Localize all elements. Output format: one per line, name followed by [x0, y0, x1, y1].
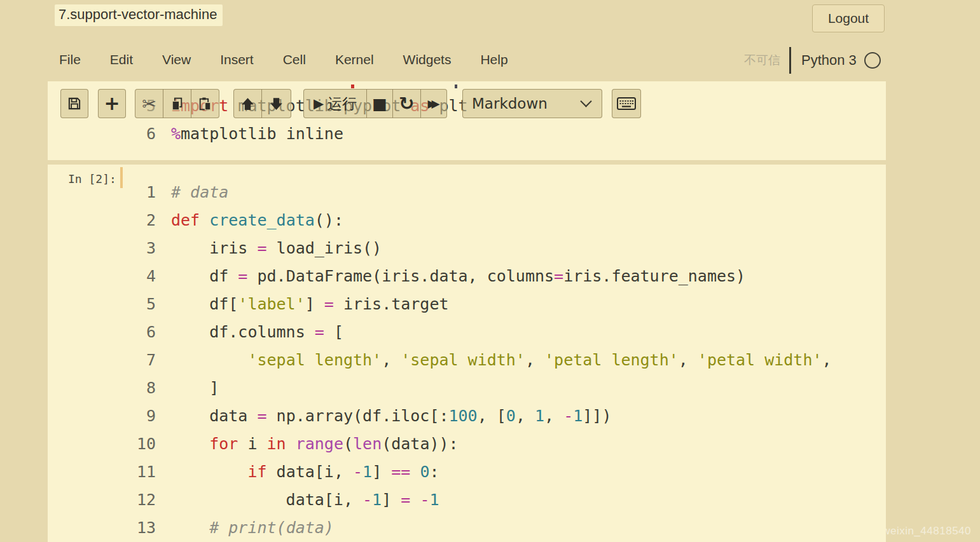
code-line: 7 'sepal length', 'sepal width', 'petal … [48, 346, 886, 374]
code-text: df.columns = [ [171, 318, 343, 346]
stop-icon: ■ [372, 96, 387, 112]
line-number: 11 [48, 458, 156, 486]
line-number: 2 [48, 207, 156, 234]
line-number: 8 [48, 374, 156, 402]
clipboard-icon [197, 96, 213, 112]
fast-forward-icon: ▶▶ [427, 98, 439, 109]
code-text: ] [171, 374, 219, 402]
kernel-indicator-area: 不可信 Python 3 [744, 46, 881, 75]
code-text: for i in range(len(data)): [171, 430, 459, 458]
code-line: 9 data = np.array(df.iloc[:100, [0, 1, -… [48, 402, 886, 430]
menu-item-edit[interactable]: Edit [110, 52, 133, 67]
code-text: 'sepal length', 'sepal width', 'petal le… [171, 346, 832, 374]
notebook-title[interactable]: 7.support-vector-machine [55, 4, 223, 26]
clipped-text-fragment [455, 85, 457, 88]
menu-bar: FileEditViewInsertCellKernelWidgetsHelp [59, 52, 508, 67]
run-label: 运行 [328, 97, 357, 111]
menu-item-widgets[interactable]: Widgets [403, 52, 452, 67]
code-cell-active[interactable]: In [2]: 1# data2def create_data():3 iris… [48, 165, 886, 542]
code-line: 12 data[i, -1] = -1 [48, 486, 886, 514]
keyboard-icon [616, 95, 637, 112]
move-cell-down-button[interactable] [261, 89, 291, 118]
code-line: 4 df = pd.DataFrame(iris.data, columns=i… [48, 262, 886, 290]
insert-cell-below-button[interactable]: + [98, 89, 126, 118]
save-button[interactable] [60, 89, 88, 118]
cut-cell-button[interactable]: ✂ [135, 89, 163, 118]
line-number: 13 [48, 514, 156, 542]
line-number: 1 [48, 179, 156, 207]
notebook-toolbar: + ✂ [0, 89, 980, 118]
kernel-name-label: Python 3 [801, 52, 857, 69]
cell-type-selected-value: Markdown [472, 95, 548, 112]
line-number: 5 [48, 290, 156, 318]
run-cell-button[interactable]: ▶ 运行 [303, 89, 367, 118]
code-line: 11 if data[i, -1] == 0: [48, 458, 886, 486]
restart-run-all-button[interactable]: ▶▶ [420, 89, 447, 118]
code-line: 8 ] [48, 374, 886, 402]
jupyter-notebook-window: 7.support-vector-machine Logout FileEdit… [0, 0, 980, 542]
code-text: # print(data) [171, 514, 334, 542]
menu-item-help[interactable]: Help [480, 52, 507, 67]
restart-icon: ↻ [399, 95, 414, 113]
menu-item-insert[interactable]: Insert [220, 52, 254, 67]
code-line: 10 for i in range(len(data)): [48, 430, 886, 458]
command-palette-button[interactable] [612, 89, 641, 118]
logout-button[interactable]: Logout [812, 4, 885, 32]
copy-icon [169, 96, 185, 112]
kernel-status-icon [864, 52, 881, 69]
move-button-group [233, 89, 291, 118]
menu-item-cell[interactable]: Cell [283, 52, 306, 67]
code-text: def create_data(): [171, 207, 343, 234]
code-editor[interactable]: 1# data2def create_data():3 iris = load_… [48, 179, 886, 542]
line-number: 6 [48, 120, 156, 148]
paste-cell-button[interactable] [191, 89, 219, 118]
plus-icon: + [104, 94, 120, 113]
code-line: 5 df['label'] = iris.target [48, 290, 886, 318]
code-line: 2def create_data(): [48, 207, 886, 234]
interrupt-kernel-button[interactable]: ■ [366, 89, 393, 118]
arrow-up-icon [240, 96, 256, 112]
menu-item-kernel[interactable]: Kernel [335, 52, 374, 67]
menu-item-view[interactable]: View [162, 52, 191, 67]
line-number: 7 [48, 346, 156, 374]
trust-status-label: 不可信 [744, 52, 780, 69]
code-text: iris = load_iris() [171, 234, 382, 262]
copy-cell-button[interactable] [163, 89, 191, 118]
cell-type-dropdown[interactable]: Markdown [462, 89, 602, 118]
arrow-down-icon [268, 96, 284, 112]
menu-item-file[interactable]: File [59, 52, 81, 67]
code-text: data[i, -1] = -1 [171, 486, 439, 514]
code-text: %matplotlib inline [171, 120, 343, 148]
floppy-icon [66, 95, 83, 112]
code-text: df['label'] = iris.target [171, 290, 449, 318]
edit-button-group: ✂ [135, 89, 219, 118]
code-text: data = np.array(df.iloc[:100, [0, 1, -1]… [171, 402, 611, 430]
kernel-separator [789, 47, 791, 74]
line-number: 9 [48, 402, 156, 430]
line-number: 4 [48, 262, 156, 290]
code-text: if data[i, -1] == 0: [171, 458, 439, 486]
code-line: 6 df.columns = [ [48, 318, 886, 346]
run-button-group: ▶ 运行 ■ ↻ ▶▶ [303, 89, 447, 118]
restart-kernel-button[interactable]: ↻ [392, 89, 421, 118]
line-number: 10 [48, 430, 156, 458]
code-line: 1# data [48, 179, 886, 207]
play-icon: ▶ [314, 97, 324, 111]
code-line: 3 iris = load_iris() [48, 234, 886, 262]
line-number: 3 [48, 234, 156, 262]
line-number: 12 [48, 486, 156, 514]
move-cell-up-button[interactable] [233, 89, 262, 118]
code-text: df = pd.DataFrame(iris.data, columns=iri… [171, 262, 745, 290]
scissors-icon: ✂ [142, 95, 156, 112]
clipped-text-fragment [351, 85, 354, 88]
code-line: 6%matplotlib inline [48, 120, 886, 148]
code-text: # data [171, 179, 228, 207]
chevron-down-icon [580, 95, 591, 107]
line-number: 6 [48, 318, 156, 346]
code-line: 13 # print(data) [48, 514, 886, 542]
